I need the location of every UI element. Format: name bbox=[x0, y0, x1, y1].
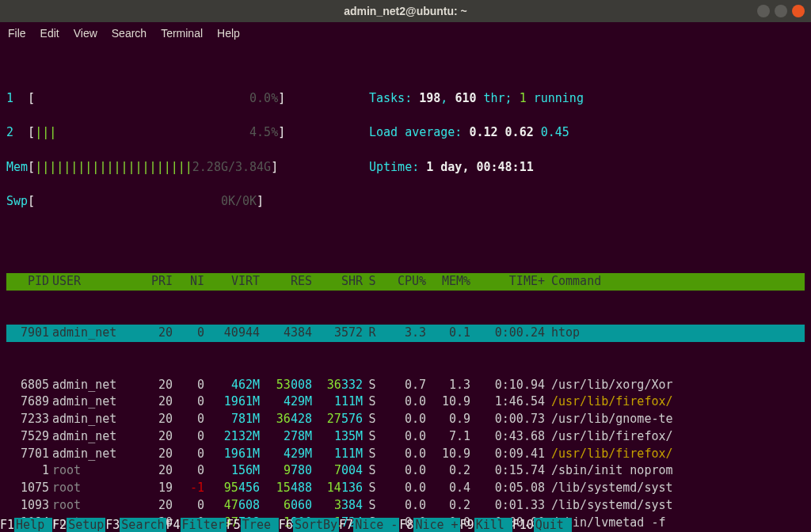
tasks-count: 198 bbox=[419, 91, 440, 105]
mem-label: Mem bbox=[6, 160, 28, 174]
menu-search[interactable]: Search bbox=[112, 27, 147, 40]
col-time[interactable]: TIME+ bbox=[470, 273, 545, 291]
process-list[interactable]: 6805admin_net200462M5300836332S0.71.30:1… bbox=[6, 377, 805, 533]
load-5: 0.62 bbox=[505, 125, 534, 139]
col-pri[interactable]: PRI bbox=[136, 273, 173, 291]
fn-nice[interactable]: F7Nice - bbox=[339, 518, 399, 532]
col-s[interactable]: S bbox=[363, 273, 382, 291]
fn-tree[interactable]: F5Tree bbox=[227, 518, 279, 532]
fn-search[interactable]: F3Search bbox=[105, 518, 166, 532]
fn-setup[interactable]: F2Setup bbox=[52, 518, 105, 532]
load-15: 0.45 bbox=[541, 125, 569, 139]
process-row[interactable]: 7529admin_net2002132M278M135MS0.07.10:43… bbox=[6, 428, 805, 446]
fn-filter[interactable]: F4Filter bbox=[166, 518, 227, 532]
system-info: Tasks: 198, 610 thr; 1 running Load aver… bbox=[369, 73, 805, 228]
menu-help[interactable]: Help bbox=[217, 27, 240, 40]
fn-nice[interactable]: F8Nice + bbox=[399, 518, 459, 532]
window-controls bbox=[757, 5, 805, 17]
fn-kill[interactable]: F9Kill bbox=[460, 518, 512, 532]
col-ni[interactable]: NI bbox=[173, 273, 204, 291]
cpu2-label: 2 bbox=[6, 125, 13, 139]
cpu2-pct: 4.5% bbox=[249, 125, 278, 139]
mem-used: 2.28G bbox=[192, 160, 228, 174]
minimize-button[interactable] bbox=[757, 5, 770, 17]
function-bar: F1HelpF2SetupF3SearchF4FilterF5TreeF6Sor… bbox=[0, 518, 811, 532]
menu-terminal[interactable]: Terminal bbox=[161, 27, 203, 40]
cpu-mem-meters: 1 [ 0.0%] 2 [||| 4.5%] Mem[|||||||||||||… bbox=[6, 73, 347, 228]
window-titlebar: admin_net2@ubuntu: ~ bbox=[0, 0, 811, 22]
uptime-value: 1 day, 00:48:11 bbox=[426, 160, 533, 174]
fn-help[interactable]: F1Help bbox=[0, 518, 52, 532]
menubar: File Edit View Search Terminal Help bbox=[0, 22, 811, 44]
col-cpu[interactable]: CPU% bbox=[382, 273, 426, 291]
col-user[interactable]: USER bbox=[49, 273, 136, 291]
col-mem[interactable]: MEM% bbox=[426, 273, 470, 291]
menu-edit[interactable]: Edit bbox=[40, 27, 59, 40]
fn-sortby[interactable]: F6SortBy bbox=[279, 518, 339, 532]
process-row[interactable]: 7233admin_net200781M3642827576S0.00.90:0… bbox=[6, 411, 805, 428]
cpu1-pct: 0.0% bbox=[249, 91, 278, 105]
col-res[interactable]: RES bbox=[260, 273, 312, 291]
cpu1-label: 1 bbox=[6, 91, 13, 105]
maximize-button[interactable] bbox=[775, 5, 787, 17]
running-count: 1 bbox=[520, 91, 527, 105]
load-1: 0.12 bbox=[469, 125, 497, 139]
process-row[interactable]: 1root200156M97807004S0.00.20:15.74/sbin/… bbox=[6, 462, 805, 480]
threads-count: 610 bbox=[455, 91, 476, 105]
menu-file[interactable]: File bbox=[8, 27, 26, 40]
process-row[interactable]: 1075root19-1954561548814136S0.00.40:05.0… bbox=[6, 480, 805, 497]
swp-label: Swp bbox=[6, 194, 28, 208]
selected-process-row[interactable]: 7901 admin_net 20 0 40944 4384 3572 R 3.… bbox=[6, 325, 805, 342]
swp-text: 0K/0K bbox=[221, 194, 257, 208]
mem-total: 3.84G bbox=[235, 160, 271, 174]
window-title: admin_net2@ubuntu: ~ bbox=[344, 5, 467, 17]
terminal-content[interactable]: 1 [ 0.0%] 2 [||| 4.5%] Mem[|||||||||||||… bbox=[0, 44, 811, 532]
col-pid[interactable]: PID bbox=[6, 273, 49, 291]
col-shr[interactable]: SHR bbox=[312, 273, 363, 291]
process-row[interactable]: 6805admin_net200462M5300836332S0.71.30:1… bbox=[6, 377, 805, 394]
process-row[interactable]: 7689admin_net2001961M429M111MS0.010.91:4… bbox=[6, 393, 805, 411]
process-header[interactable]: PID USER PRI NI VIRT RES SHR S CPU% MEM%… bbox=[6, 273, 805, 291]
col-command[interactable]: Command bbox=[545, 273, 805, 291]
fn-quit[interactable]: F10Quit bbox=[512, 518, 572, 532]
process-row[interactable]: 7701admin_net2001961M429M111MS0.010.90:0… bbox=[6, 446, 805, 463]
menu-view[interactable]: View bbox=[74, 27, 97, 40]
col-virt[interactable]: VIRT bbox=[204, 273, 260, 291]
process-row[interactable]: 1093root2004760860603384S0.00.20:01.33/l… bbox=[6, 497, 805, 515]
close-button[interactable] bbox=[792, 5, 805, 17]
